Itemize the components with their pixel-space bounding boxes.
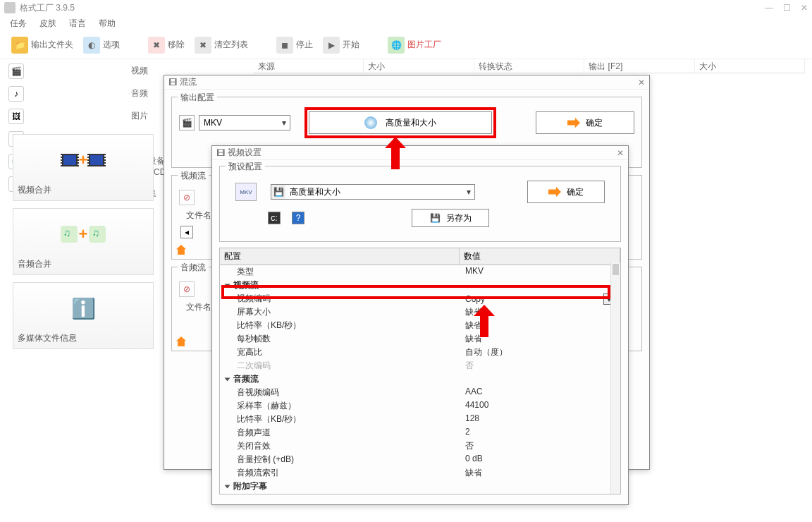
audio-icon[interactable]: ♪ bbox=[8, 86, 24, 102]
table-section: 视频流 bbox=[220, 279, 620, 292]
video-prev-button[interactable]: ◂ bbox=[180, 226, 193, 238]
settings-table: 配置 数值 类型MKV视频流视频编码Copy▾屏幕大小缺省比特率（KB/秒）缺省… bbox=[219, 248, 621, 494]
col-status[interactable]: 转换状态 bbox=[474, 59, 584, 73]
table-row[interactable]: 每秒帧数缺省 bbox=[220, 332, 620, 346]
format-value: MKV bbox=[199, 118, 278, 128]
video-icon[interactable]: 🎬 bbox=[8, 63, 24, 79]
cmd-icon[interactable]: c: bbox=[268, 212, 281, 224]
table-row[interactable]: 类型MKV bbox=[220, 265, 620, 279]
video-merge-card[interactable]: + 视频合并 bbox=[13, 134, 154, 201]
toolbar: 📁 输出文件夹 ◐ 选项 ✖ 移除 ✖ 清空列表 ◼ 停止 ▶ 开始 🌐 图片工… bbox=[0, 31, 812, 59]
mux-dialog-title: 混流 bbox=[180, 76, 197, 88]
options-button[interactable]: ◐ 选项 bbox=[80, 35, 123, 55]
list-columns-header: 来源 大小 转换状态 输出 [F2] 大小 bbox=[254, 59, 805, 73]
table-row[interactable]: 音视频编码AAC bbox=[220, 386, 620, 399]
table-row[interactable]: 比特率（KB/秒）128 bbox=[220, 413, 620, 426]
clear-list-button[interactable]: ✖ 清空列表 bbox=[192, 35, 251, 55]
cat-audio[interactable]: 音频 bbox=[131, 87, 166, 99]
settings-ok-button[interactable]: 确定 bbox=[527, 181, 605, 203]
quality-icon bbox=[364, 116, 377, 129]
remove-button[interactable]: ✖ 移除 bbox=[145, 35, 187, 55]
preset-icon: 💾 bbox=[271, 185, 285, 199]
window-minimize[interactable]: — bbox=[765, 3, 773, 13]
help-icon[interactable]: ? bbox=[292, 212, 304, 224]
table-row[interactable]: 音频流索引缺省 bbox=[220, 466, 620, 480]
audio-merge-card[interactable]: + 音频合并 bbox=[13, 208, 154, 275]
pic-factory-label: 图片工厂 bbox=[407, 39, 441, 51]
table-scrollbar[interactable] bbox=[610, 262, 620, 494]
mux-dialog-close[interactable]: ✕ bbox=[638, 78, 645, 87]
video-settings-title: 视频设置 bbox=[228, 147, 262, 159]
app-icon bbox=[4, 2, 16, 13]
mkv-icon: MKV bbox=[235, 183, 257, 201]
table-row[interactable]: 采样率（赫兹）44100 bbox=[220, 399, 620, 413]
mux-ok-button[interactable]: 确定 bbox=[536, 111, 634, 134]
preset-combo[interactable]: 💾 高质量和大小 ▾ bbox=[271, 184, 475, 200]
video-filename-label: 文件名 bbox=[186, 210, 214, 221]
chevron-down-icon: ▾ bbox=[463, 187, 474, 197]
save-as-label: 另存为 bbox=[446, 212, 472, 224]
chevron-down-icon: ▾ bbox=[278, 118, 290, 128]
format-combo[interactable]: MKV ▾ bbox=[199, 115, 290, 130]
save-as-button[interactable]: 💾 另存为 bbox=[412, 209, 489, 227]
video-stream-legend: 视频流 bbox=[178, 170, 209, 182]
audio-merge-label: 音频合并 bbox=[18, 258, 149, 270]
col-size2[interactable]: 大小 bbox=[695, 59, 805, 73]
table-row[interactable]: 音量控制 (+dB)0 dB bbox=[220, 453, 620, 466]
table-row[interactable]: 视频编码Copy▾ bbox=[220, 292, 620, 305]
table-row[interactable]: 音频声道2 bbox=[220, 426, 620, 439]
table-row[interactable]: 类型自动 bbox=[220, 493, 620, 494]
table-row[interactable]: 二次编码否 bbox=[220, 359, 620, 372]
clear-list-label: 清空列表 bbox=[214, 39, 248, 51]
col-output[interactable]: 输出 [F2] bbox=[584, 59, 694, 73]
home-icon[interactable] bbox=[176, 336, 186, 346]
start-label: 开始 bbox=[343, 39, 359, 51]
pic-factory-button[interactable]: 🌐 图片工厂 bbox=[385, 35, 444, 55]
window-close[interactable]: ✕ bbox=[801, 3, 808, 13]
col-size[interactable]: 大小 bbox=[364, 59, 474, 73]
media-info-label: 多媒体文件信息 bbox=[18, 332, 149, 344]
table-row[interactable]: 屏幕大小缺省 bbox=[220, 305, 620, 319]
video-file-icon[interactable]: ⊘ bbox=[179, 190, 195, 205]
table-row[interactable]: 宽高比自动（度） bbox=[220, 346, 620, 359]
cat-video[interactable]: 视频 bbox=[131, 65, 166, 77]
quality-button[interactable]: 高质量和大小 bbox=[309, 111, 492, 134]
output-folder-button[interactable]: 📁 输出文件夹 bbox=[8, 35, 76, 55]
picture-icon[interactable]: 🖼 bbox=[8, 109, 24, 124]
audio-stream-legend: 音频流 bbox=[178, 262, 209, 274]
col-setting[interactable]: 配置 bbox=[220, 248, 460, 265]
table-row[interactable]: 比特率（KB/秒）缺省 bbox=[220, 319, 620, 332]
audio-file-icon[interactable]: ⊘ bbox=[179, 281, 195, 297]
format-icon: 🎬 bbox=[179, 115, 195, 130]
col-value[interactable]: 数值 bbox=[460, 248, 620, 265]
settings-ok-label: 确定 bbox=[567, 186, 584, 198]
preset-group: 预设配置 MKV 💾 高质量和大小 ▾ 确定 c: ? 💾 另存为 bbox=[219, 166, 621, 242]
home-icon[interactable] bbox=[176, 245, 186, 255]
menu-skin[interactable]: 皮肤 bbox=[39, 18, 56, 30]
title-bar: 格式工厂 3.9.5 — ☐ ✕ bbox=[0, 0, 812, 16]
audio-filename-label: 文件名 bbox=[186, 301, 214, 313]
stop-label: 停止 bbox=[296, 39, 313, 51]
save-icon: 💾 bbox=[430, 213, 441, 223]
menu-bar: 任务 皮肤 语言 帮助 bbox=[0, 16, 812, 31]
app-title: 格式工厂 3.9.5 bbox=[20, 2, 75, 14]
media-info-card[interactable]: ℹ️ 多媒体文件信息 bbox=[13, 282, 154, 349]
cat-picture[interactable]: 图片 bbox=[131, 110, 166, 122]
quality-label: 高质量和大小 bbox=[386, 117, 436, 129]
menu-language[interactable]: 语言 bbox=[69, 18, 86, 30]
video-merge-label: 视频合并 bbox=[18, 184, 149, 196]
start-button[interactable]: ▶ 开始 bbox=[320, 35, 362, 55]
video-settings-dialog: 🎞 视频设置 ✕ 预设配置 MKV 💾 高质量和大小 ▾ 确定 c: ? 💾 bbox=[211, 145, 629, 505]
table-section: 音频流 bbox=[220, 372, 620, 386]
video-settings-close[interactable]: ✕ bbox=[617, 148, 624, 158]
menu-task[interactable]: 任务 bbox=[10, 18, 27, 30]
mux-ok-label: 确定 bbox=[586, 117, 603, 129]
col-source[interactable]: 来源 bbox=[254, 59, 364, 73]
menu-help[interactable]: 帮助 bbox=[99, 18, 116, 30]
output-config-legend: 输出配置 bbox=[178, 92, 217, 104]
stop-button[interactable]: ◼ 停止 bbox=[273, 35, 316, 55]
preset-value: 高质量和大小 bbox=[285, 186, 463, 198]
preset-legend: 预设配置 bbox=[226, 161, 265, 173]
table-row[interactable]: 关闭音效否 bbox=[220, 439, 620, 453]
window-maximize[interactable]: ☐ bbox=[783, 3, 791, 13]
